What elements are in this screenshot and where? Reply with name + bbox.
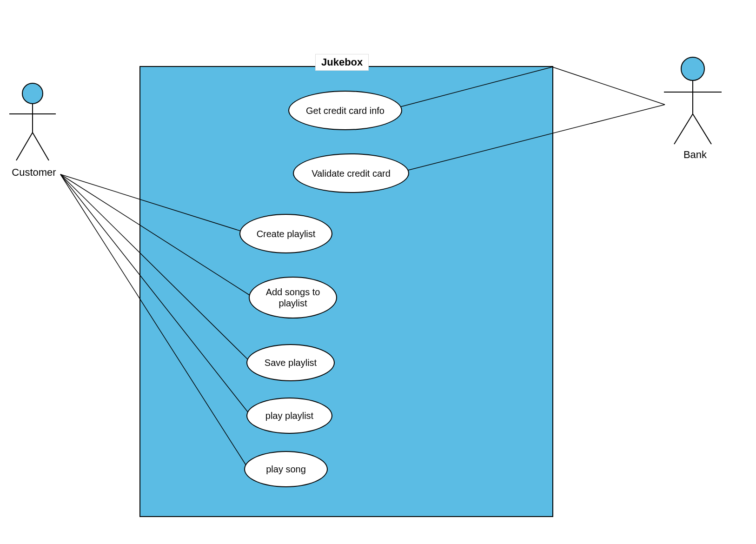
system-boundary (139, 66, 553, 517)
svg-point-0 (22, 83, 43, 104)
usecase-play-playlist: play playlist (246, 398, 332, 434)
actor-customer-icon (5, 81, 60, 165)
system-title: Jukebox (315, 54, 369, 71)
svg-point-5 (681, 57, 704, 80)
svg-line-4 (33, 133, 49, 160)
assoc-bank-get-cc-top (552, 67, 665, 105)
usecase-get-cc-info: Get credit card info (288, 91, 402, 130)
actor-bank-icon (660, 56, 725, 149)
actor-customer-label: Customer (8, 166, 60, 179)
svg-line-9 (693, 114, 711, 144)
usecase-play-song: play song (244, 451, 328, 487)
svg-line-3 (16, 133, 33, 160)
actor-bank-label: Bank (676, 149, 714, 161)
svg-line-8 (674, 114, 693, 144)
diagram-canvas: Jukebox Customer Bank Get credit card in… (0, 0, 756, 544)
usecase-validate-cc: Validate credit card (293, 153, 409, 193)
usecase-create-playlist: Create playlist (239, 214, 332, 253)
usecase-add-songs: Add songs to playlist (249, 277, 337, 318)
usecase-save-playlist: Save playlist (246, 344, 335, 381)
